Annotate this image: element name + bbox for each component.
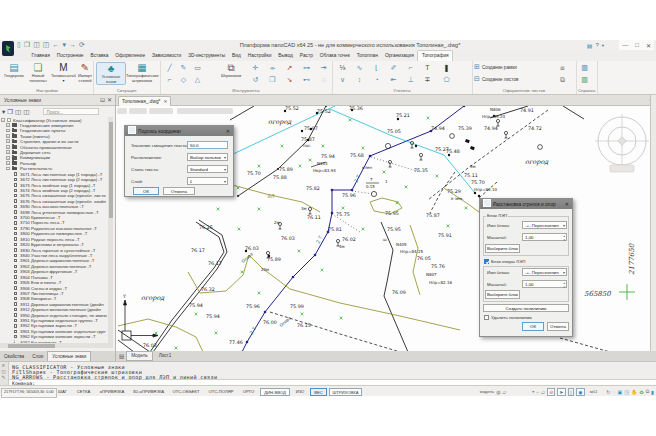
- ucs-icon[interactable]: ⌐: [536, 389, 539, 395]
- refresh-icon[interactable]: ↻: [606, 389, 610, 395]
- block-name-combo2[interactable]: -+- Пересечения ю▾: [522, 268, 567, 276]
- paper-icon[interactable]: ▯: [568, 388, 575, 396]
- qat-icon-6[interactable]: →: [69, 41, 76, 49]
- minimize-button[interactable]: —: [622, 42, 628, 48]
- no-hatch-icon[interactable]: ⊘: [547, 388, 555, 396]
- ribbon-tab-Топография[interactable]: Топография: [417, 50, 453, 61]
- ribbon-button-frame-create-icon[interactable]: ⊞Создание рамки: [474, 62, 517, 72]
- ribbon-button-sheets-create-icon[interactable]: ⊟Создание листов: [474, 74, 518, 84]
- qat-icon-7[interactable]: ⟳: [79, 41, 85, 49]
- pin-icon[interactable]: ⊡: [100, 95, 105, 105]
- ribbon-tab-Вывод[interactable]: Вывод: [275, 51, 297, 61]
- ribbon-tool-icon-22[interactable]: ❚: [440, 62, 453, 73]
- ribbon-tool-icon-17[interactable]: ∿: [353, 62, 366, 73]
- ribbon-button-import-styles-icon[interactable]: ✎Импортстилей: [78, 62, 92, 83]
- ribbon-button-new-topoplan-icon[interactable]: ❏Новыйтопоплан: [27, 62, 49, 83]
- create-polyline-button[interactable]: Создать полилинию: [483, 304, 569, 312]
- pin-toggle-icon[interactable]: ▾: [2, 108, 5, 116]
- ribbon-tool-icon-31[interactable]: ⧉: [556, 74, 569, 85]
- select-block-button2[interactable]: Выберите блок: [485, 290, 520, 299]
- edit-icon[interactable]: ✎: [2, 375, 6, 380]
- scale-spinner[interactable]: 1,00▴▾: [522, 233, 567, 241]
- sheet-icon[interactable]: ⧉: [646, 388, 650, 395]
- view-mode-icon[interactable]: ◫: [15, 108, 21, 116]
- status-toggle-ВЕС[interactable]: ВЕС: [310, 388, 327, 396]
- ribbon-tool-icon-2[interactable]: ▭: [191, 62, 204, 73]
- view-mode2-icon[interactable]: ◫: [23, 108, 29, 116]
- layout-tab-Лист1[interactable]: Лист1: [155, 352, 176, 360]
- ribbon-tool-icon-6[interactable]: ✛: [249, 62, 262, 73]
- ribbon-tool-icon-28[interactable]: ∓: [421, 74, 434, 85]
- ribbon-tool-icon-9[interactable]: ⊶: [300, 62, 313, 73]
- ribbon-tab-Зависимости[interactable]: Зависимости: [149, 51, 185, 61]
- classifier-tree[interactable]: –Классификатор (Условные знаки)+Геодезич…: [0, 117, 108, 343]
- ribbon-tool-icon-15[interactable]: ◌: [317, 74, 330, 85]
- ribbon-tool-icon-4[interactable]: ◇: [177, 74, 190, 85]
- status-toggle-ОТС-ПОЛЯР[interactable]: ОТС-ПОЛЯР: [205, 388, 237, 396]
- tree-expand-icon[interactable]: +: [6, 134, 10, 138]
- ribbon-button-toposcale-icon[interactable]: MТопомасштаб▾: [50, 62, 77, 83]
- ribbon-tab-Топоплан[interactable]: Топоплан: [353, 51, 381, 61]
- layout-list-icon[interactable]: ▤: [119, 353, 124, 359]
- cancel-button[interactable]: Отмена: [163, 187, 195, 195]
- tree-horizontal-scrollbar[interactable]: [0, 343, 113, 348]
- maximize-button[interactable]: □: [635, 42, 639, 48]
- ribbon-tool-icon-26[interactable]: ⇤: [387, 74, 400, 85]
- position-combo[interactable]: Выбор пользовате▾: [187, 153, 228, 161]
- ribbon-tool-icon-0[interactable]: ╱: [163, 62, 176, 73]
- offset-input[interactable]: 50.0: [187, 141, 228, 149]
- tree-expand-icon[interactable]: +: [6, 145, 10, 149]
- ribbon-tool-icon-13[interactable]: ↘: [283, 74, 296, 85]
- close-button[interactable]: ✕: [646, 42, 651, 49]
- status-toggle-ИЗО[interactable]: ИЗО: [292, 388, 308, 396]
- ribbon-tool-icon-18[interactable]: ⌊: [370, 62, 383, 73]
- status-toggle-ДИН-ВВОД[interactable]: ДИН-ВВОД: [260, 388, 290, 396]
- dialog-close-icon[interactable]: ✕: [226, 126, 230, 136]
- textstyle-combo[interactable]: Standard▾: [187, 165, 228, 173]
- ribbon-tab-Вид[interactable]: Вид: [229, 51, 245, 61]
- status-toggle-ОТС-ОБЪЕКТ[interactable]: ОТС-ОБЪЕКТ: [169, 388, 203, 396]
- chevron-down-icon[interactable]: ▾: [532, 389, 534, 394]
- help-icon[interactable]: ?: [595, 42, 598, 48]
- panel-tab-Слои[interactable]: Слои: [28, 352, 47, 361]
- tree-expand-icon[interactable]: +: [6, 139, 10, 143]
- pole-block-checkbox[interactable]: [484, 259, 489, 264]
- dialog-title-bar[interactable]: Расстановка стрелок и опор ✕: [480, 199, 572, 209]
- close-icon[interactable]: ✕: [2, 363, 6, 368]
- tree-expand-icon[interactable]: –: [1, 118, 5, 122]
- ok-button[interactable]: ОК: [133, 187, 159, 195]
- tree-expand-icon[interactable]: –: [6, 167, 10, 171]
- ribbon-tool-icon-14[interactable]: ⊷: [300, 74, 313, 85]
- ribbon-tool-icon-30[interactable]: ⧈: [556, 62, 569, 73]
- status-toggle-СЕТКА[interactable]: СЕТКА: [73, 388, 94, 396]
- ribbon-tool-icon-23[interactable]: ∨: [336, 74, 349, 85]
- plot-icon[interactable]: ▤: [587, 42, 593, 49]
- ribbon-button-geo-tree-icon[interactable]: ▤Геодерево: [2, 62, 26, 79]
- status-toggle-оПРИВЯЗКА[interactable]: оПРИВЯЗКА: [96, 388, 128, 396]
- delete-polyline-checkbox[interactable]: [484, 315, 489, 320]
- search-input[interactable]: Поиск...: [43, 108, 99, 115]
- ribbon-tool-icon-32[interactable]: ▥: [578, 62, 591, 73]
- layout-tab-Модель[interactable]: Модель: [126, 351, 153, 361]
- tree-expand-icon[interactable]: +: [6, 161, 10, 165]
- scale-spinner2[interactable]: 1,00▴▾: [522, 280, 567, 288]
- panel-tab-Условные знаки[interactable]: Условные знаки: [47, 351, 91, 361]
- globe-icon[interactable]: ◍: [496, 389, 500, 395]
- layer-combo[interactable]: 0▾: [187, 177, 228, 185]
- scrollbar-thumb[interactable]: [8, 344, 55, 348]
- ribbon-tool-icon-12[interactable]: ❒: [266, 74, 279, 85]
- ribbon-tool-icon-1[interactable]: ✎: [177, 62, 190, 73]
- tree-expand-icon[interactable]: +: [6, 156, 10, 160]
- ribbon-tab-Вставка[interactable]: Вставка: [87, 51, 112, 61]
- ribbon-tool-icon-8[interactable]: ↗: [283, 62, 296, 73]
- ribbon-tool-icon-20[interactable]: ⌐: [404, 62, 417, 73]
- chat-icon[interactable]: ▮: [651, 389, 654, 395]
- ribbon-tool-icon-5[interactable]: △: [191, 74, 204, 85]
- qat-icon-4[interactable]: ←: [52, 41, 59, 49]
- dialog-close-icon[interactable]: ✕: [565, 199, 569, 209]
- ribbon-tab-Организация[interactable]: Организация: [381, 51, 417, 61]
- ok-button[interactable]: ОК: [522, 322, 544, 331]
- qat-icon-3[interactable]: ◫: [43, 41, 50, 49]
- status-toggle-ОРТО[interactable]: ОРТО: [239, 388, 258, 396]
- ribbon-tool-icon-33[interactable]: ▥: [578, 74, 591, 85]
